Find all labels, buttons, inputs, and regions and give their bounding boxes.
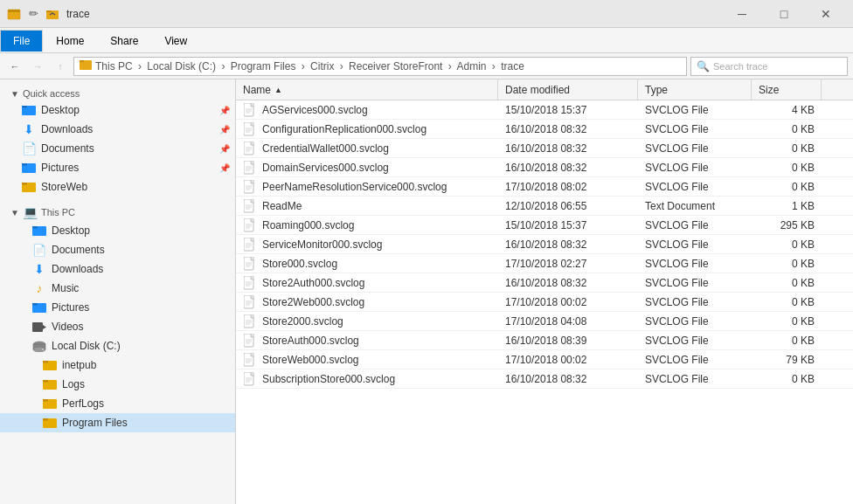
file-cell-name: Store2000.svclog [236,312,498,330]
path-folder-icon [80,59,92,73]
file-cell-size: 79 KB [752,350,822,369]
close-button[interactable]: ✕ [806,0,846,28]
table-row[interactable]: AGServices000.svclog 15/10/2018 15:37 SV… [236,100,853,120]
table-row[interactable]: PeerNameResolutionService000.svclog 17/1… [236,177,853,197]
file-cell-date: 17/10/2018 00:02 [498,293,638,311]
svg-point-21 [42,349,44,350]
svg-rect-13 [32,226,38,229]
sidebar-item-downloads-quick[interactable]: ⬇ Downloads 📌 [0,120,235,139]
svg-marker-17 [43,325,46,329]
file-name: Store000.svclog [262,258,337,270]
table-row[interactable]: DomainServices000.svclog 16/10/2018 08:3… [236,158,853,177]
quick-access-header[interactable]: ▼ Quick access [0,83,235,100]
tab-home[interactable]: Home [43,30,97,52]
local-disk-icon [31,338,47,354]
table-row[interactable]: ServiceMonitor000.svclog 16/10/2018 08:3… [236,235,853,254]
file-icon [243,334,257,348]
col-header-size[interactable]: Size [752,79,822,100]
window-title: trace [66,8,90,20]
file-cell-name: Roaming000.svclog [236,216,498,234]
program-files-icon [42,415,58,431]
table-row[interactable]: ReadMe 12/10/2018 06:55 Text Document 1 … [236,197,853,216]
sidebar-item-desktop-pc[interactable]: Desktop [0,221,235,240]
sidebar-item-local-disk-c[interactable]: Local Disk (C:) [0,336,235,356]
table-row[interactable]: SubscriptionStore000.svclog 16/10/2018 0… [236,369,853,389]
sidebar-item-music-pc[interactable]: ♪ Music [0,279,235,298]
file-cell-date: 16/10/2018 08:32 [498,120,638,138]
file-cell-name: ReadMe [236,197,498,215]
file-cell-date: 17/10/2018 04:08 [498,312,638,330]
file-cell-name: Store2Auth000.svclog [236,273,498,292]
file-name: Store2Auth000.svclog [262,277,364,289]
table-row[interactable]: ConfigurationReplication000.svclog 16/10… [236,120,853,139]
file-cell-size: 0 KB [752,312,822,330]
sidebar-item-perflogs[interactable]: PerfLogs [0,394,235,413]
maximize-button[interactable]: □ [764,0,804,28]
file-cell-size: 0 KB [752,369,822,388]
sidebar-item-videos-pc[interactable]: Videos [0,317,235,336]
file-name: DomainServices000.svclog [262,162,389,174]
table-row[interactable]: Store2Auth000.svclog 16/10/2018 08:32 SV… [236,273,853,293]
col-header-name[interactable]: Name ▲ [236,79,498,100]
this-pc-header[interactable]: ▼ 💻 This PC [0,200,235,221]
forward-button[interactable]: → [28,57,47,76]
sidebar-item-downloads-pc[interactable]: ⬇ Downloads [0,259,235,279]
sidebar-label-local-disk-c: Local Disk (C:) [52,340,121,352]
file-cell-size: 0 KB [752,331,822,349]
sidebar-item-program-files[interactable]: Program Files [0,413,235,432]
file-list: Name ▲ Date modified Type Size AGService… [236,79,853,504]
sidebar-item-inetpub[interactable]: inetpub [0,356,235,375]
file-name: AGServices000.svclog [262,104,368,116]
file-cell-size: 0 KB [752,273,822,292]
file-cell-size: 295 KB [752,216,822,234]
sidebar-item-storeweb-quick[interactable]: StoreWeb [0,177,235,197]
file-cell-date: 16/10/2018 08:32 [498,235,638,253]
sidebar-item-documents-pc[interactable]: 📄 Documents [0,240,235,259]
file-cell-date: 16/10/2018 08:32 [498,273,638,292]
sidebar-item-documents-quick[interactable]: 📄 Documents 📌 [0,139,235,158]
table-row[interactable]: Store000.svclog 17/10/2018 02:27 SVCLOG … [236,254,853,273]
file-cell-size: 0 KB [752,120,822,138]
sidebar-item-pictures-quick[interactable]: Pictures 📌 [0,158,235,177]
svg-rect-16 [32,322,43,332]
ribbon: File Home Share View [0,28,853,53]
file-name: StoreAuth000.svclog [262,335,359,347]
pin-icon-downloads: 📌 [219,125,230,135]
table-row[interactable]: StoreAuth000.svclog 16/10/2018 08:39 SVC… [236,331,853,350]
quick-access-arrow: ▼ [10,89,19,99]
sidebar-item-logs[interactable]: Logs [0,375,235,394]
col-header-type[interactable]: Type [638,79,752,100]
title-bar: ✏ trace ─ □ ✕ [0,0,853,28]
this-pc-arrow: ▼ [10,208,19,217]
perflogs-icon [42,396,58,411]
back-button[interactable]: ← [5,57,24,76]
file-cell-size: 4 KB [752,100,822,119]
tab-file[interactable]: File [0,30,43,52]
sidebar-label-music-pc: Music [52,282,79,294]
sidebar-label-documents-pc: Documents [52,244,105,256]
tab-view[interactable]: View [151,30,200,52]
sidebar-item-pictures-pc[interactable]: Pictures [0,298,235,317]
table-row[interactable]: Store2000.svclog 17/10/2018 04:08 SVCLOG… [236,312,853,331]
search-bar[interactable]: 🔍 Search trace [690,57,848,76]
sidebar-label-downloads-quick: Downloads [41,123,93,135]
minimize-button[interactable]: ─ [722,0,762,28]
music-icon-pc: ♪ [31,280,47,296]
tab-share[interactable]: Share [97,30,151,52]
file-name: ReadMe [262,200,302,212]
inetpub-icon [42,357,58,373]
table-row[interactable]: CredentialWallet000.svclog 16/10/2018 08… [236,139,853,158]
address-path[interactable]: This PC › Local Disk (C:) › Program File… [73,57,687,76]
table-row[interactable]: Store2Web000.svclog 17/10/2018 00:02 SVC… [236,293,853,312]
table-row[interactable]: Roaming000.svclog 15/10/2018 15:37 SVCLO… [236,216,853,235]
table-row[interactable]: StoreWeb000.svclog 17/10/2018 00:02 SVCL… [236,350,853,369]
sidebar-label-downloads-pc: Downloads [52,263,103,275]
sidebar-item-desktop-quick[interactable]: Desktop 📌 [0,100,235,120]
file-cell-date: 12/10/2018 06:55 [498,197,638,215]
sort-arrow-name: ▲ [274,86,282,94]
col-header-date[interactable]: Date modified [498,79,638,100]
sidebar-label-program-files: Program Files [62,417,128,429]
up-button[interactable]: ↑ [51,57,70,76]
file-cell-type: SVCLOG File [638,158,752,176]
svg-rect-7 [22,106,27,108]
